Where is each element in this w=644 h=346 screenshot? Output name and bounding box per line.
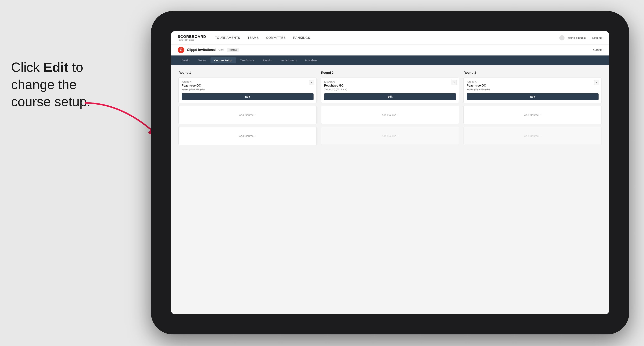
- round-1-add-label-2: Add Course +: [239, 134, 256, 138]
- tab-teams[interactable]: Teams: [194, 57, 210, 63]
- tournament-gender: (Men): [218, 48, 224, 51]
- round-3-add-course-1[interactable]: Add Course +: [464, 106, 602, 124]
- round-2-add-course-2: Add Course +: [321, 127, 459, 145]
- top-nav: SCOREBOARD Powered by clippd TOURNAMENTS…: [171, 31, 609, 44]
- instruction-prefix: Click: [11, 60, 44, 75]
- tab-printables[interactable]: Printables: [302, 57, 321, 63]
- nav-tournaments[interactable]: TOURNAMENTS: [215, 36, 240, 40]
- tabs-bar: Details Teams Course Setup Tee Groups Re…: [171, 55, 609, 65]
- round-1-column: Round 1 ✕ (Course A) Peachtree GC Yellow…: [178, 71, 317, 148]
- separator: |: [588, 36, 589, 39]
- user-email: blair@clippd.io: [568, 36, 586, 39]
- round-2-delete-icon[interactable]: ✕: [452, 80, 457, 85]
- round-2-edit-button[interactable]: Edit: [324, 93, 456, 100]
- logo-main: SCOREBOARD: [178, 34, 206, 39]
- round-3-column: Round 3 ✕ (Course A) Peachtree GC Yellow…: [464, 71, 602, 148]
- round-3-add-course-2: Add Course +: [464, 127, 602, 145]
- tournament-header: C Clippd Invitational (Men) Hosting Canc…: [171, 44, 609, 55]
- round-1-course-details: Yellow (M) (6629 yds): [182, 88, 314, 91]
- round-3-course-name: Peachtree GC: [466, 84, 598, 87]
- round-2-course-details: Yellow (M) (6629 yds): [324, 88, 456, 91]
- round-3-edit-button[interactable]: Edit: [466, 93, 598, 100]
- round-1-edit-button[interactable]: Edit: [182, 93, 314, 100]
- round-2-title: Round 2: [321, 71, 459, 75]
- instruction-bold: Edit: [44, 60, 68, 75]
- round-2-add-course-1[interactable]: Add Course +: [321, 106, 459, 124]
- round-2-add-label-2: Add Course +: [382, 134, 398, 138]
- tournament-logo: C: [178, 47, 184, 53]
- nav-links: TOURNAMENTS TEAMS COMMITTEE RANKINGS: [215, 36, 559, 40]
- round-1-add-course-2[interactable]: Add Course +: [178, 127, 317, 145]
- round-2-course-card: ✕ (Course A) Peachtree GC Yellow (M) (66…: [321, 78, 459, 103]
- tab-results[interactable]: Results: [259, 57, 276, 63]
- round-1-course-card: ✕ (Course A) Peachtree GC Yellow (M) (66…: [178, 78, 317, 103]
- scoreboard-logo: SCOREBOARD Powered by clippd: [178, 34, 206, 41]
- round-1-add-label-1: Add Course +: [239, 113, 256, 117]
- tablet-shell: SCOREBOARD Powered by clippd TOURNAMENTS…: [151, 11, 629, 335]
- round-3-course-card: ✕ (Course A) Peachtree GC Yellow (M) (66…: [464, 78, 602, 103]
- round-3-add-label-2: Add Course +: [524, 134, 541, 138]
- round-1-delete-icon[interactable]: ✕: [309, 80, 314, 85]
- tab-tee-groups[interactable]: Tee Groups: [236, 57, 258, 63]
- instruction-text: Click Edit tochange thecourse setup.: [11, 59, 90, 110]
- round-1-course-label: (Course A): [182, 81, 314, 83]
- tablet-screen: SCOREBOARD Powered by clippd TOURNAMENTS…: [171, 31, 609, 314]
- round-1-add-course-1[interactable]: Add Course +: [178, 106, 317, 124]
- round-1-title: Round 1: [178, 71, 317, 75]
- tab-leaderboards[interactable]: Leaderboards: [276, 57, 301, 63]
- round-2-course-name: Peachtree GC: [324, 84, 456, 87]
- round-2-column: Round 2 ✕ (Course A) Peachtree GC Yellow…: [321, 71, 459, 148]
- sign-out-link[interactable]: Sign out: [592, 36, 602, 39]
- logo-sub: Powered by clippd: [178, 39, 206, 41]
- round-3-course-label: (Course A): [466, 81, 598, 83]
- nav-committee[interactable]: COMMITTEE: [266, 36, 286, 40]
- main-content: Round 1 ✕ (Course A) Peachtree GC Yellow…: [171, 65, 609, 314]
- round-3-course-details: Yellow (M) (6629 yds): [466, 88, 598, 91]
- user-avatar: [559, 35, 564, 40]
- rounds-container: Round 1 ✕ (Course A) Peachtree GC Yellow…: [178, 71, 602, 148]
- nav-right: blair@clippd.io | Sign out: [559, 35, 602, 40]
- round-3-title: Round 3: [464, 71, 602, 75]
- cancel-button[interactable]: Cancel: [593, 48, 602, 52]
- nav-rankings[interactable]: RANKINGS: [293, 36, 310, 40]
- round-2-course-label: (Course A): [324, 81, 456, 83]
- round-1-course-name: Peachtree GC: [182, 84, 314, 87]
- round-2-add-label-1: Add Course +: [382, 113, 398, 117]
- hosting-badge: Hosting: [227, 48, 239, 52]
- round-3-delete-icon[interactable]: ✕: [594, 80, 599, 85]
- tab-course-setup[interactable]: Course Setup: [210, 57, 236, 63]
- tab-details[interactable]: Details: [178, 57, 194, 63]
- round-3-add-label-1: Add Course +: [524, 113, 541, 117]
- tournament-name: Clippd Invitational: [187, 48, 216, 52]
- nav-teams[interactable]: TEAMS: [248, 36, 259, 40]
